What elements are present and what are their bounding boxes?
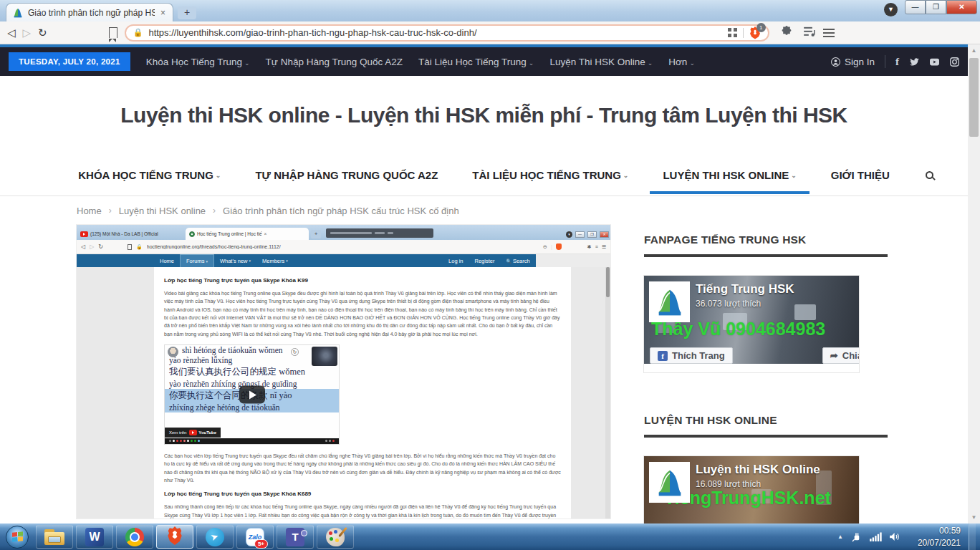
play-button[interactable]	[239, 385, 265, 403]
forum-nav-members: Members▾	[256, 254, 294, 267]
youtube-icon[interactable]	[930, 57, 939, 67]
nav-item-tai-lieu[interactable]: TÀI LIỆU HỌC TIẾNG TRUNG⌄	[455, 155, 645, 196]
shield-badge: 1	[756, 23, 766, 32]
sidebar-heading-fanpage: FANPAGE TIẾNG TRUNG HSK	[644, 233, 891, 246]
fb-like-page-button[interactable]: fThích Trang	[650, 347, 733, 364]
webcam-overlay	[312, 347, 337, 366]
tab-search-button[interactable]: ▼	[884, 3, 898, 16]
back-icon[interactable]: ◁	[7, 26, 16, 39]
watch-on-youtube-badge[interactable]: Xem trên YouTube	[165, 428, 221, 438]
playlist-icon[interactable]	[804, 26, 816, 39]
article-screenshot-image[interactable]: (125) Một Nhà - Da LAB | Official Học ti…	[77, 225, 610, 518]
facebook-icon[interactable]: f	[895, 56, 899, 68]
forum-nav-register: Register	[469, 254, 500, 267]
page-scrollbar[interactable]: ▲ ▼	[968, 44, 980, 524]
start-button[interactable]	[6, 526, 29, 549]
embedded-tab-active: Học tiếng Trung online | Học tiế ×	[186, 228, 309, 240]
topnav-item-tu-nhap-hang[interactable]: Tự Nhập Hàng Trung Quốc A2Z	[266, 57, 403, 67]
browser-tab[interactable]: Giáo trình phân tích ngữ pháp HS ×	[6, 3, 173, 21]
globe-favicon	[189, 231, 195, 237]
forum-nav-home: Home	[154, 254, 180, 267]
word-icon: W	[85, 528, 104, 546]
scroll-down-arrow[interactable]: ▼	[968, 511, 980, 524]
embedded-url: hoctiengtrungonline.org/threads/hoc-tien…	[147, 244, 539, 249]
fb-page-name[interactable]: Luyện thi HSK Online	[696, 463, 820, 477]
close-button[interactable]: ✕	[946, 0, 977, 14]
instagram-icon[interactable]	[950, 57, 959, 67]
nav-item-luyen-thi-active[interactable]: LUYỆN THI HSK ONLINE⌄	[645, 155, 813, 196]
taskbar-teams-button[interactable]: T	[277, 525, 314, 549]
forum-nav-search: 🔍Search	[500, 254, 535, 267]
embedded-video-player[interactable]: shì hétóng de tiáokuǎn wǒmen yào rènzhēn…	[164, 344, 340, 445]
embedded-shield-icon	[556, 243, 562, 250]
browser-toolbar: ◁ ▷ ↻ 🔒 https://luyenthihsk.com/giao-tri…	[0, 21, 980, 44]
facebook-page-widget[interactable]: Tiếng Trung HSK 36.073 lượt thích Thầy V…	[644, 276, 859, 372]
network-signal-icon[interactable]	[870, 532, 882, 541]
forward-icon[interactable]: ▷	[23, 26, 32, 39]
topnav-item-luyen-thi[interactable]: Luyện Thi HSK Online⌄	[549, 57, 653, 67]
facebook-page-widget[interactable]: Luyện thi HSK Online 16.089 lượt thích T…	[644, 456, 859, 524]
show-desktop-button[interactable]	[969, 524, 976, 550]
nav-item-gioi-thieu[interactable]: GIỚI THIỆU	[814, 155, 907, 196]
windows-taskbar: W ➤ Zalo 5+ T ▲ 00:59 20/07/2021	[0, 524, 980, 550]
brave-icon	[165, 526, 184, 549]
address-bar[interactable]: 🔒 https://luyenthihsk.com/giao-trinh-pha…	[125, 24, 769, 42]
zalo-icon: Zalo 5+	[246, 528, 264, 546]
search-icon[interactable]	[926, 169, 933, 182]
breadcrumb-current: Giáo trình phân tích ngữ pháp HSK cấu tr…	[223, 206, 459, 216]
embedded-scrollbar	[605, 267, 610, 518]
minimize-button[interactable]: —	[905, 0, 926, 14]
taskbar-chrome-button[interactable]	[116, 525, 153, 549]
sidebar-section-fanpage: FANPAGE TIẾNG TRUNG HSK Tiếng Trung HSK …	[644, 233, 891, 372]
maximize-button[interactable]: ❐	[926, 0, 946, 14]
scrollbar-thumb[interactable]	[969, 58, 979, 137]
video-progress-dots	[165, 438, 339, 444]
window-controls: — ❐ ✕	[905, 0, 977, 14]
power-plug-icon[interactable]	[851, 531, 862, 542]
page-logo	[649, 281, 690, 322]
url-text[interactable]: https://luyenthihsk.com/giao-trinh-phan-…	[148, 27, 721, 38]
page-title[interactable]: Luyện thi HSK online - Luyện thi HSK miễ…	[120, 103, 847, 127]
extensions-puzzle-icon[interactable]	[781, 26, 792, 39]
fb-page-name[interactable]: Tiếng Trung HSK	[696, 282, 794, 296]
embedded-forum-nav: Home Forums▾ What's new▾ Members▾ Log in…	[77, 254, 610, 267]
topnav-item-khoa-hoc[interactable]: Khóa Học Tiếng Trung⌄	[146, 57, 250, 67]
breadcrumb: Home › Luyện thi HSK online › Giáo trình…	[0, 196, 968, 225]
browser-titlebar: Giáo trình phân tích ngữ pháp HS × + ▼ —…	[0, 0, 980, 21]
volume-icon[interactable]	[890, 532, 901, 541]
nav-item-tu-nhap-hang[interactable]: TỰ NHẬP HÀNG TRUNG QUỐC A2Z	[238, 155, 455, 196]
embedded-paragraph-2: Các bạn học viên lớp tiếng Trung trực tu…	[164, 452, 561, 484]
sign-in-button[interactable]: Sign In	[831, 57, 875, 67]
reload-icon[interactable]: ↻	[38, 26, 47, 39]
twitter-icon[interactable]	[910, 57, 919, 67]
qr-code-icon[interactable]	[728, 28, 737, 37]
breadcrumb-home[interactable]: Home	[77, 206, 102, 216]
hidden-icons-arrow[interactable]: ▲	[837, 534, 843, 540]
scroll-up-arrow[interactable]: ▲	[968, 44, 980, 57]
topnav-item-tai-lieu[interactable]: Tài Liệu Học Tiếng Trung⌄	[418, 57, 534, 67]
chevron-down-icon: ⌄	[623, 172, 629, 179]
taskbar-clock[interactable]: 00:59 20/07/2021	[909, 525, 961, 548]
explorer-icon	[44, 529, 64, 545]
sidebar: FANPAGE TIẾNG TRUNG HSK Tiếng Trung HSK …	[644, 225, 891, 524]
taskbar-zalo-button[interactable]: Zalo 5+	[236, 525, 274, 549]
taskbar-explorer-button[interactable]	[36, 525, 73, 549]
menu-hamburger-icon[interactable]	[823, 29, 835, 37]
brave-shield-icon[interactable]: 1	[749, 26, 761, 39]
tab-close-icon[interactable]: ×	[159, 8, 167, 18]
site-favicon	[12, 7, 24, 19]
fb-share-button[interactable]: ➦Chia sẻ	[822, 347, 859, 364]
topnav-item-hon[interactable]: Hơn⌄	[668, 57, 695, 67]
embedded-background-tab	[326, 228, 433, 238]
nav-item-khoa-hoc[interactable]: KHÓA HỌC TIẾNG TRUNG⌄	[61, 155, 238, 196]
avatar	[168, 347, 178, 357]
new-tab-button[interactable]: +	[178, 6, 196, 19]
taskbar-word-button[interactable]: W	[76, 525, 113, 549]
taskbar-paint-button[interactable]	[317, 525, 354, 549]
chevron-down-icon: ⌄	[648, 59, 653, 67]
bookmarks-icon[interactable]	[109, 27, 117, 38]
taskbar-brave-button-active[interactable]	[156, 525, 193, 549]
taskbar-telegram-button[interactable]: ➤	[196, 525, 234, 549]
page-logo	[649, 462, 690, 503]
breadcrumb-category[interactable]: Luyện thi HSK online	[119, 206, 206, 216]
